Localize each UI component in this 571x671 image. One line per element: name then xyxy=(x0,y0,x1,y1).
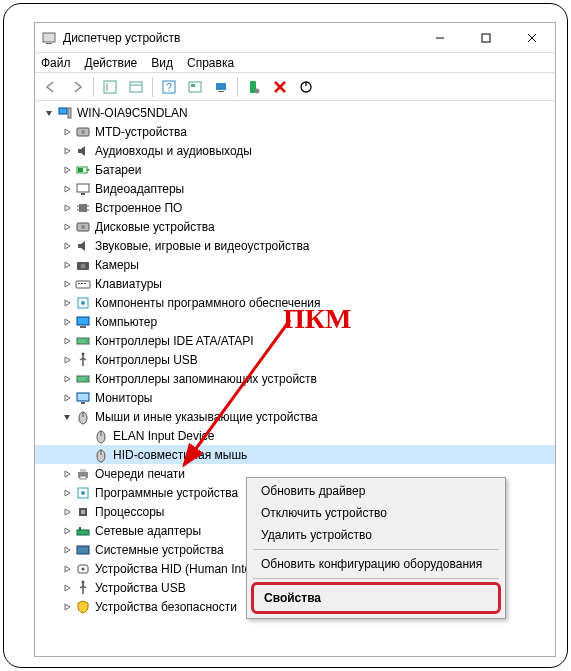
tree-node[interactable]: WIN-OIA9C5NDLAN xyxy=(35,103,555,122)
tree-node[interactable]: HID-совместимая мышь xyxy=(35,445,555,464)
tree-node[interactable]: Встроенное ПО xyxy=(35,198,555,217)
camera-icon xyxy=(75,257,91,273)
svg-rect-39 xyxy=(76,281,90,288)
chevron-right-icon[interactable] xyxy=(59,276,75,292)
svg-rect-0 xyxy=(43,33,55,42)
chevron-right-icon[interactable] xyxy=(59,257,75,273)
tree-node-label: HID-совместимая мышь xyxy=(113,448,247,462)
svg-point-49 xyxy=(82,352,85,355)
monitor-icon xyxy=(75,390,91,406)
tree-node-label: Контроллеры USB xyxy=(95,353,198,367)
chevron-right-icon[interactable] xyxy=(59,352,75,368)
ctx-uninstall-device[interactable]: Удалить устройство xyxy=(249,524,503,546)
tree-node-label: Устройства USB xyxy=(95,581,186,595)
tree-node[interactable]: Звуковые, игровые и видеоустройства xyxy=(35,236,555,255)
tree-node-label: Процессоры xyxy=(95,505,165,519)
titlebar: Диспетчер устройств xyxy=(35,23,555,53)
back-button[interactable] xyxy=(39,76,63,98)
tree-node[interactable]: ELAN Input Device xyxy=(35,426,555,445)
chevron-right-icon[interactable] xyxy=(59,124,75,140)
tree-node[interactable]: Мониторы xyxy=(35,388,555,407)
chevron-right-icon[interactable] xyxy=(59,295,75,311)
ctx-scan-hardware[interactable]: Обновить конфигурацию оборудования xyxy=(249,553,503,575)
svg-rect-26 xyxy=(87,169,89,171)
menu-help[interactable]: Справка xyxy=(187,56,234,70)
usb-icon xyxy=(75,580,91,596)
tree-node-label: Аудиовходы и аудиовыходы xyxy=(95,144,252,158)
audio-icon xyxy=(75,143,91,159)
chevron-right-icon[interactable] xyxy=(59,219,75,235)
tree-node[interactable]: Контроллеры USB xyxy=(35,350,555,369)
svg-point-71 xyxy=(82,567,85,570)
svg-rect-30 xyxy=(79,204,87,212)
menu-view[interactable]: Вид xyxy=(151,56,173,70)
chevron-right-icon[interactable] xyxy=(59,143,75,159)
chevron-right-icon[interactable] xyxy=(59,580,75,596)
toolbar-icon[interactable] xyxy=(124,76,148,98)
tree-node-label: Встроенное ПО xyxy=(95,201,182,215)
chevron-right-icon[interactable] xyxy=(59,390,75,406)
chevron-right-icon[interactable] xyxy=(59,181,75,197)
chip-icon xyxy=(75,200,91,216)
app-icon xyxy=(41,30,57,46)
chevron-right-icon[interactable] xyxy=(59,371,75,387)
toolbar-icon[interactable] xyxy=(183,76,207,98)
chevron-right-icon[interactable] xyxy=(59,162,75,178)
ctx-disable-device[interactable]: Отключить устройство xyxy=(249,502,503,524)
chevron-right-icon[interactable] xyxy=(59,485,75,501)
tree-node[interactable]: Аудиовходы и аудиовыходы xyxy=(35,141,555,160)
storage-icon xyxy=(75,333,91,349)
update-driver-button[interactable] xyxy=(242,76,266,98)
ctx-update-driver[interactable]: Обновить драйвер xyxy=(249,480,503,502)
disk-icon xyxy=(75,219,91,235)
menu-action[interactable]: Действие xyxy=(85,56,138,70)
svg-point-17 xyxy=(255,88,260,93)
tree-node-label: Звуковые, игровые и видеоустройства xyxy=(95,239,309,253)
net-icon xyxy=(75,523,91,539)
chevron-right-icon[interactable] xyxy=(59,542,75,558)
tree-node-label: Сетевые адаптеры xyxy=(95,524,201,538)
chevron-right-icon[interactable] xyxy=(59,333,75,349)
minimize-button[interactable] xyxy=(417,23,463,53)
window-title: Диспетчер устройств xyxy=(63,31,417,45)
cpu-icon xyxy=(75,504,91,520)
scan-hardware-button[interactable] xyxy=(209,76,233,98)
tree-node[interactable]: Камеры xyxy=(35,255,555,274)
menu-file[interactable]: Файл xyxy=(41,56,71,70)
forward-button[interactable] xyxy=(65,76,89,98)
tree-node[interactable]: MTD-устройства xyxy=(35,122,555,141)
chevron-down-icon[interactable] xyxy=(41,105,57,121)
chevron-right-icon[interactable] xyxy=(59,523,75,539)
display-icon xyxy=(75,181,91,197)
tree-node[interactable]: Дисковые устройства xyxy=(35,217,555,236)
uninstall-button[interactable] xyxy=(268,76,292,98)
svg-point-72 xyxy=(82,580,85,583)
toolbar-icon[interactable] xyxy=(98,76,122,98)
chevron-right-icon[interactable] xyxy=(59,200,75,216)
tree-node[interactable]: Клавиатуры xyxy=(35,274,555,293)
tree-node-label: Видеоадаптеры xyxy=(95,182,184,196)
chevron-right-icon[interactable] xyxy=(59,238,75,254)
maximize-button[interactable] xyxy=(463,23,509,53)
tree-node-label: MTD-устройства xyxy=(95,125,187,139)
svg-rect-3 xyxy=(482,34,490,42)
chevron-right-icon[interactable] xyxy=(59,599,75,615)
svg-rect-68 xyxy=(79,527,81,530)
chevron-right-icon[interactable] xyxy=(59,504,75,520)
soft-icon xyxy=(75,295,91,311)
svg-rect-22 xyxy=(68,108,71,118)
usb-icon xyxy=(75,352,91,368)
tree-node[interactable]: Мыши и иные указывающие устройства xyxy=(35,407,555,426)
chevron-right-icon[interactable] xyxy=(59,314,75,330)
disable-button[interactable] xyxy=(294,76,318,98)
mouse-icon xyxy=(75,409,91,425)
chevron-down-icon[interactable] xyxy=(59,409,75,425)
tree-node[interactable]: Контроллеры запоминающих устройств xyxy=(35,369,555,388)
chevron-right-icon[interactable] xyxy=(59,561,75,577)
tree-node[interactable]: Батареи xyxy=(35,160,555,179)
ctx-properties[interactable]: Свойства xyxy=(251,582,501,614)
chevron-right-icon[interactable] xyxy=(59,466,75,482)
help-button[interactable]: ? xyxy=(157,76,181,98)
close-button[interactable] xyxy=(509,23,555,53)
tree-node[interactable]: Видеоадаптеры xyxy=(35,179,555,198)
